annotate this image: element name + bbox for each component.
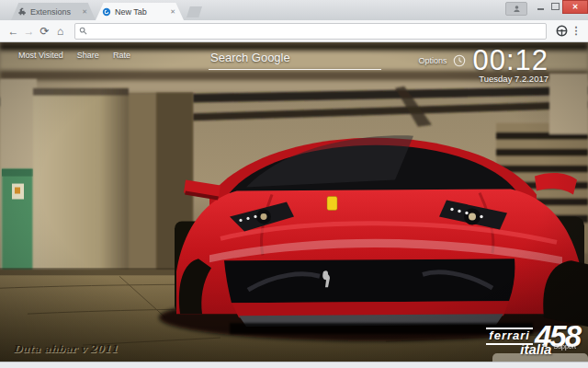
close-tab-icon[interactable]: ✕: [80, 7, 89, 17]
home-button[interactable]: ⌂: [52, 26, 68, 37]
menu-button[interactable]: ⋮: [570, 25, 582, 37]
google-search-input[interactable]: [209, 49, 381, 70]
minimize-icon: [537, 8, 544, 10]
ferrari-app-icon: [102, 7, 111, 17]
theme-logo: ferrari 458 italia Support: [486, 325, 580, 356]
address-bar[interactable]: [74, 23, 547, 40]
clock-time: 00:12: [472, 46, 548, 75]
browser-window: Extensions ✕ New Tab ✕ ✕ ←: [0, 0, 588, 368]
puzzle-icon: [17, 7, 27, 17]
close-icon: ✕: [572, 3, 579, 11]
maximize-button[interactable]: [548, 0, 562, 13]
wallpaper-ferrari-garage: [0, 42, 588, 362]
browser-toolbar: ← → ⟳ ⌂ ⋮: [0, 20, 588, 42]
clock-icon: [453, 54, 466, 67]
forward-button[interactable]: →: [21, 26, 37, 37]
tab-extensions[interactable]: Extensions ✕: [11, 3, 96, 20]
tab-title: New Tab: [115, 7, 168, 17]
wallpaper-watermark: Duta ahbar v 2011: [13, 343, 118, 355]
maximize-icon: [551, 3, 560, 10]
search-icon: [79, 27, 87, 35]
minimize-button[interactable]: [533, 0, 548, 13]
reload-button[interactable]: ⟳: [37, 26, 52, 37]
close-tab-icon[interactable]: ✕: [168, 7, 177, 17]
profile-button[interactable]: [505, 2, 527, 16]
tab-strip: Extensions ✕ New Tab ✕ ✕: [0, 0, 588, 20]
steering-wheel-icon: [556, 25, 568, 37]
extension-button[interactable]: [553, 25, 570, 37]
share-link[interactable]: Share: [77, 51, 99, 60]
newtab-quick-links: Most Visited Share Rate: [18, 51, 130, 60]
person-icon: [513, 5, 521, 13]
new-tab-button[interactable]: [187, 6, 202, 17]
new-tab-page: Most Visited Share Rate Options 00:12 Tu…: [0, 42, 588, 362]
most-visited-link[interactable]: Most Visited: [18, 51, 63, 60]
support-link[interactable]: Support: [553, 343, 576, 350]
logo-model: italia: [520, 342, 551, 356]
back-button[interactable]: ←: [6, 26, 21, 37]
clock-cluster: Options 00:12: [418, 46, 548, 75]
options-link[interactable]: Options: [418, 56, 447, 65]
close-window-button[interactable]: ✕: [562, 0, 588, 14]
rate-link[interactable]: Rate: [113, 51, 130, 60]
clock-date: Tuesday 7.2.2017: [479, 74, 548, 84]
address-input[interactable]: [87, 25, 542, 37]
window-controls: ✕: [505, 0, 588, 15]
tab-new-tab[interactable]: New Tab ✕: [96, 3, 184, 20]
window-bottom-frame: [0, 362, 588, 368]
tab-title: Extensions: [30, 7, 80, 17]
